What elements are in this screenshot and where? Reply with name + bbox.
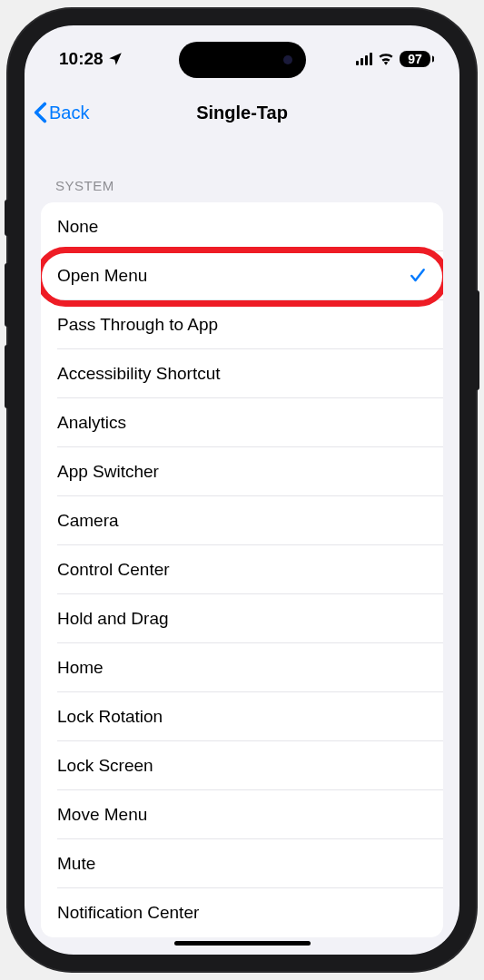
wifi-icon [378,53,394,65]
option-move-menu[interactable]: Move Menu [41,790,443,839]
option-label: Mute [57,854,95,874]
option-label: Analytics [57,413,126,433]
option-none[interactable]: None [41,202,443,251]
option-notification-center[interactable]: Notification Center [41,888,443,937]
option-mute[interactable]: Mute [41,839,443,888]
option-app-switcher[interactable]: App Switcher [41,447,443,496]
option-open-menu[interactable]: Open Menu [41,251,443,300]
location-icon [107,51,123,67]
checkmark-icon [409,267,427,285]
status-time: 10:28 [59,49,104,69]
home-indicator[interactable] [174,941,311,946]
option-label: Pass Through to App [57,315,218,335]
cellular-signal-icon [356,53,372,65]
option-label: None [57,217,98,237]
phone-frame: 10:28 97 [8,9,476,971]
option-label: Notification Center [57,903,199,923]
option-label: Lock Screen [57,756,153,776]
system-actions-list: None Open Menu Pass Through to App Acces… [41,202,443,937]
option-lock-screen[interactable]: Lock Screen [41,741,443,790]
battery-level: 97 [408,52,422,66]
option-accessibility-shortcut[interactable]: Accessibility Shortcut [41,349,443,398]
back-button[interactable]: Back [34,102,89,123]
option-label: Move Menu [57,805,147,825]
status-left: 10:28 [59,49,123,69]
option-home[interactable]: Home [41,643,443,692]
content-area[interactable]: SYSTEM None Open Menu Pass Through to Ap… [25,143,459,955]
option-control-center[interactable]: Control Center [41,545,443,594]
screen: 10:28 97 [25,25,459,955]
dynamic-island [179,42,306,78]
status-right: 97 [356,51,430,67]
option-label: Camera [57,511,119,531]
back-label: Back [49,103,89,123]
option-label: Accessibility Shortcut [57,364,221,384]
option-analytics[interactable]: Analytics [41,398,443,447]
option-label: Hold and Drag [57,609,169,629]
option-label: Home [57,658,104,678]
power-button [476,290,479,390]
option-pass-through[interactable]: Pass Through to App [41,300,443,349]
volume-up-button [5,263,8,327]
option-hold-and-drag[interactable]: Hold and Drag [41,594,443,643]
option-camera[interactable]: Camera [41,496,443,545]
option-label: Open Menu [57,266,147,286]
chevron-left-icon [34,102,47,123]
page-title: Single-Tap [35,103,449,123]
silent-switch [5,200,8,236]
option-label: Control Center [57,560,170,580]
option-lock-rotation[interactable]: Lock Rotation [41,692,443,741]
option-label: Lock Rotation [57,707,163,727]
option-label: App Switcher [57,462,159,482]
section-header: SYSTEM [41,143,443,202]
battery-indicator: 97 [400,51,430,67]
navigation-bar: Back Single-Tap [25,87,459,138]
volume-down-button [5,345,8,408]
